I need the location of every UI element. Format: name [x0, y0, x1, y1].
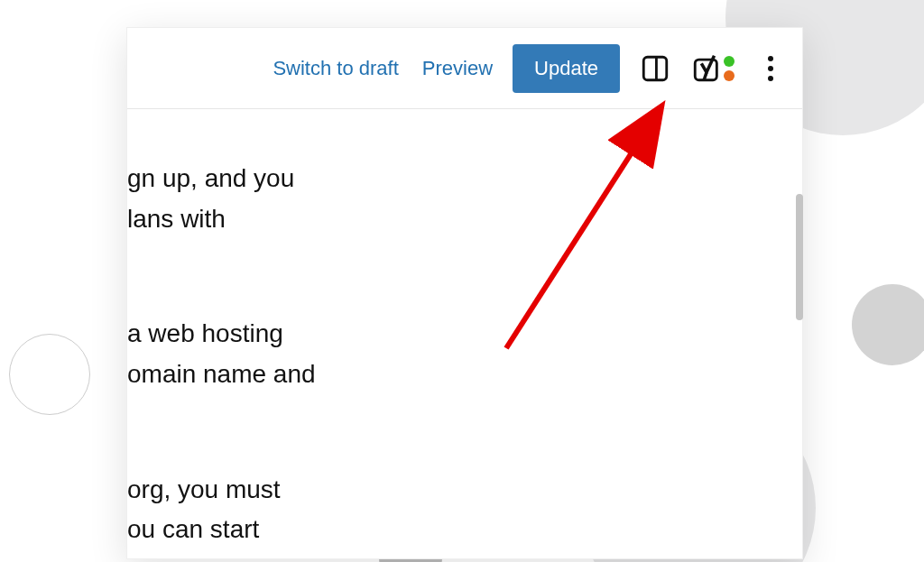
editor-panel: Switch to draft Preview Update — [126, 27, 803, 559]
settings-sidebar-toggle[interactable] — [636, 50, 674, 88]
scrollbar-thumb[interactable] — [796, 194, 803, 320]
switch-to-draft-button[interactable]: Switch to draft — [269, 51, 402, 86]
more-options-button[interactable] — [757, 50, 784, 88]
preview-button[interactable]: Preview — [419, 51, 496, 86]
yoast-icon — [691, 53, 722, 84]
svg-point-5 — [768, 76, 773, 81]
svg-point-3 — [768, 56, 773, 61]
paragraph: gn up, and you lans with — [127, 159, 781, 240]
yoast-status-dots — [724, 56, 735, 81]
svg-point-4 — [768, 66, 773, 71]
post-content[interactable]: gn up, and you lans with a web hosting o… — [127, 109, 802, 559]
yoast-seo-button[interactable] — [690, 50, 735, 88]
seo-dot — [724, 70, 735, 81]
sidebar-icon — [640, 53, 670, 84]
paragraph: org, you must ou can start eb host as pa… — [127, 470, 781, 559]
background-blob — [852, 284, 924, 365]
readability-dot — [724, 56, 735, 67]
editor-toolbar: Switch to draft Preview Update — [127, 28, 802, 109]
background-ring — [9, 334, 90, 415]
paragraph: a web hosting omain name and — [127, 314, 781, 395]
more-icon — [767, 55, 774, 82]
update-button[interactable]: Update — [513, 44, 620, 93]
